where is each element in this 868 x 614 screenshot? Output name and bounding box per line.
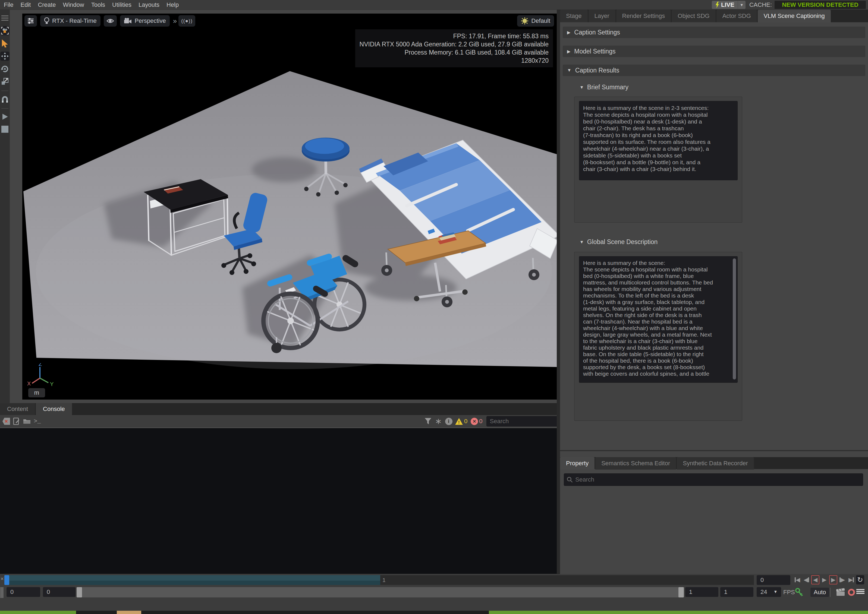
property-splitter[interactable]	[560, 450, 868, 451]
range-end-field[interactable]: 1	[720, 587, 753, 597]
tab-object-sdg[interactable]: Object SDG	[672, 10, 715, 22]
timeline-menu-button[interactable]	[856, 588, 865, 595]
ruler-end-tick-label: 1	[382, 577, 386, 583]
tab-actor-sdg[interactable]: Actor SDG	[716, 10, 757, 22]
fps-dropdown-arrow[interactable]: ▼	[773, 589, 778, 594]
timeline-active-range[interactable]	[4, 575, 380, 585]
menu-edit[interactable]: Edit	[20, 2, 31, 8]
tab-property[interactable]: Property	[560, 457, 595, 470]
brief-summary-text[interactable]: Here is a summary of the scene in 2-3 se…	[579, 101, 738, 180]
viewport-3d-canvas[interactable]: RTX - Real-Time Perspective » ((●))	[22, 14, 557, 400]
lighting-selector[interactable]: Default	[517, 15, 554, 26]
info-filter-button[interactable]: i	[445, 417, 453, 425]
scrollbar-left-handle[interactable]	[76, 587, 82, 597]
sliders-icon	[27, 17, 34, 25]
console-search-input[interactable]	[489, 417, 562, 425]
play-button[interactable]	[0, 112, 9, 121]
error-filter-button[interactable]: × 0	[470, 417, 482, 425]
tab-content[interactable]: Content	[0, 403, 35, 415]
tab-layer[interactable]: Layer	[589, 10, 615, 22]
viewport-settings-button[interactable]	[25, 15, 37, 26]
caption-scrollbar[interactable]	[733, 258, 736, 380]
play-to-end-button[interactable]: ▶	[829, 575, 837, 585]
menu-layouts[interactable]: Layouts	[138, 2, 160, 8]
selection-mode-button[interactable]	[0, 26, 9, 35]
visibility-button[interactable]	[104, 15, 117, 26]
record-button[interactable]	[848, 589, 855, 596]
play-reverse-button[interactable]: ◀	[811, 575, 819, 585]
clear-console-button[interactable]: ×	[2, 417, 10, 425]
rotate-tool-button[interactable]	[0, 65, 9, 73]
auto-mode-button[interactable]: Auto	[811, 588, 829, 597]
tab-stage[interactable]: Stage	[560, 10, 588, 22]
brief-summary-header[interactable]: ▼ Brief Summary	[579, 84, 629, 91]
skip-to-end-button[interactable]: ▶	[847, 575, 855, 585]
console-log-area[interactable]	[0, 428, 557, 574]
global-description-text[interactable]: Here is a summary of the scene: The scen…	[579, 256, 738, 383]
renderer-label: RTX - Real-Time	[52, 17, 97, 25]
skip-to-start-button[interactable]: ◀	[793, 575, 801, 585]
menu-utilities[interactable]: Utilities	[112, 2, 132, 8]
tab-render-settings[interactable]: Render Settings	[616, 10, 671, 22]
svg-text:Z: Z	[39, 363, 42, 367]
menu-window[interactable]: Window	[63, 2, 84, 8]
left-toolbar	[0, 10, 10, 403]
scale-icon	[1, 78, 9, 85]
live-dropdown-chevron[interactable]: ▼	[738, 1, 745, 9]
clapper-button[interactable]	[836, 588, 845, 597]
step-back-button[interactable]: ◀	[802, 575, 811, 585]
global-description-header[interactable]: ▼ Global Scene Description	[579, 238, 657, 246]
error-icon: ×	[470, 418, 478, 425]
verbose-toggle-button[interactable]: ∗	[434, 417, 443, 425]
scale-tool-button[interactable]	[0, 77, 9, 86]
visible-start-field[interactable]: 0	[43, 587, 76, 597]
visible-end-field[interactable]: 1	[685, 587, 718, 597]
edit-log-button[interactable]	[12, 417, 21, 425]
console-search[interactable]	[486, 416, 565, 426]
tab-semantics-schema-editor[interactable]: Semantics Schema Editor	[595, 457, 676, 470]
playhead[interactable]	[4, 575, 9, 585]
panel-splitter-vertical[interactable]	[557, 10, 560, 574]
warning-filter-button[interactable]: ! 0	[455, 417, 467, 425]
timeline-zoom-scrollbar[interactable]	[76, 587, 684, 597]
section-caption-settings[interactable]: ▶ Caption Settings	[563, 26, 865, 38]
auto-key-button[interactable]	[795, 588, 803, 598]
tab-vlm-scene-captioning[interactable]: VLM Scene Captioning	[758, 10, 831, 22]
axis-gizmo[interactable]: Z X Y	[25, 363, 55, 388]
units-button[interactable]: m	[28, 388, 45, 397]
step-forward-button[interactable]: ▶	[838, 575, 846, 585]
section-caption-results[interactable]: ▼ Caption Results	[563, 65, 865, 76]
tab-synthetic-data-recorder[interactable]: Synthetic Data Recorder	[677, 457, 754, 470]
section-model-settings[interactable]: ▶ Model Settings	[563, 46, 865, 57]
loop-toggle-button[interactable]: ↻	[856, 575, 864, 585]
timeline-close-button[interactable]: ×	[0, 576, 4, 582]
stop-button[interactable]	[0, 125, 9, 133]
tab-console[interactable]: Console	[36, 403, 72, 415]
timeline-ruler[interactable]: 1	[4, 575, 754, 585]
menu-help[interactable]: Help	[166, 2, 179, 8]
viewport-stats-overlay: FPS: 17.91, Frame time: 55.83 ms NVIDIA …	[355, 29, 553, 67]
timeline-grip[interactable]	[0, 587, 3, 598]
menu-tools[interactable]: Tools	[91, 2, 105, 8]
expanded-arrow-icon: ▼	[579, 85, 584, 90]
renderer-selector[interactable]: RTX - Real-Time	[40, 15, 101, 26]
property-search-input[interactable]	[575, 476, 860, 484]
scrollbar-right-handle[interactable]	[679, 587, 684, 597]
property-search[interactable]	[564, 473, 863, 486]
script-prompt-button[interactable]: >_	[34, 418, 41, 425]
range-start-field[interactable]: 0	[6, 587, 40, 597]
select-tool-button[interactable]	[0, 39, 9, 48]
play-forward-button[interactable]: ▶	[820, 575, 828, 585]
snap-tool-button[interactable]	[0, 95, 9, 104]
filter-button[interactable]	[424, 417, 432, 425]
live-button[interactable]: LIVE	[712, 1, 738, 9]
audio-toggle-button[interactable]: ((●))	[179, 15, 195, 26]
open-log-folder-button[interactable]	[23, 417, 31, 425]
toolbar-overflow-chevrons[interactable]: »	[173, 17, 175, 25]
toolbar-grip[interactable]	[0, 14, 9, 22]
menu-file[interactable]: File	[4, 2, 13, 8]
move-tool-button[interactable]	[0, 51, 9, 61]
current-frame-field[interactable]: 0	[757, 575, 790, 585]
menu-create[interactable]: Create	[38, 2, 56, 8]
camera-selector[interactable]: Perspective	[120, 15, 170, 26]
